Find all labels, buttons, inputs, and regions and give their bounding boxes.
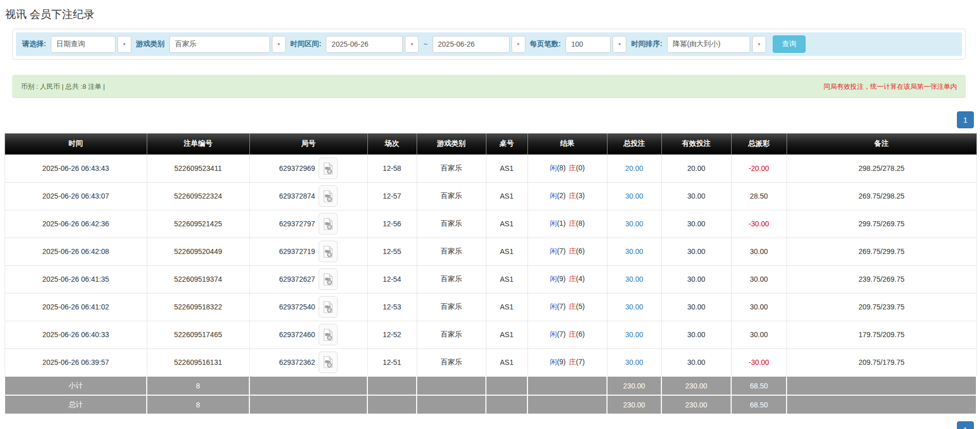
total-bet-link[interactable]: 30.00	[625, 192, 643, 200]
page-title: 视讯 会员下注纪录	[5, 7, 980, 22]
per-page-label: 每页笔数:	[530, 40, 561, 49]
video-replay-button[interactable]	[319, 241, 338, 262]
cell-game-type: 百家乐	[417, 154, 486, 182]
banker-score: (5)	[576, 302, 585, 310]
cell-result: 闲(9)庄(4)	[527, 265, 607, 293]
player-score: (7)	[557, 247, 565, 255]
video-replay-button[interactable]	[319, 158, 338, 179]
per-page-dropdown-button[interactable]: ▼	[613, 36, 626, 53]
pagination-bottom: 1	[0, 421, 974, 429]
cell-time: 2025-06-26 06:43:43	[5, 154, 147, 182]
subtotal-valid-bet: 230.00	[661, 376, 731, 395]
video-replay-button[interactable]	[319, 185, 338, 207]
cell-result: 闲(2)庄(3)	[527, 182, 607, 210]
total-bet-link[interactable]: 30.00	[625, 275, 643, 283]
search-button[interactable]: 查询	[773, 35, 806, 53]
game-type-dropdown-button[interactable]: ▼	[272, 36, 286, 53]
total-valid-bet: 230.00	[661, 395, 731, 414]
page-1-button[interactable]: 1	[957, 111, 974, 128]
cell-round-no: 629372874	[249, 182, 367, 210]
round-number: 629372540	[279, 303, 315, 311]
sort-order-input[interactable]	[667, 36, 750, 53]
cell-result: 闲(8)庄(0)	[527, 154, 607, 182]
cell-bet-id: 522609522324	[147, 182, 249, 210]
select-mode-input[interactable]	[51, 36, 115, 53]
cell-payout: -30.00	[731, 210, 787, 238]
round-number: 629372627	[279, 275, 315, 283]
player-label: 闲	[550, 191, 557, 200]
cell-note: 269.75/298.25	[787, 182, 976, 210]
player-score: (7)	[557, 302, 565, 310]
page-1-button[interactable]: 1	[957, 421, 974, 429]
total-bet-link[interactable]: 30.00	[625, 330, 643, 339]
game-type-label: 游戏类别	[136, 40, 165, 49]
cell-time: 2025-06-26 06:40:33	[5, 321, 147, 348]
table-row: 2025-06-26 06:41:02 522609518322 6293725…	[5, 293, 976, 321]
sort-order-dropdown-button[interactable]: ▼	[752, 36, 766, 53]
col-header-result: 结果	[527, 133, 607, 154]
cell-table-no: AS1	[486, 154, 527, 182]
cell-result: 闲(7)庄(6)	[527, 238, 607, 265]
chevron-down-icon: ▼	[757, 42, 761, 47]
cell-time: 2025-06-26 06:43:07	[5, 182, 147, 210]
date-from-combobox: ▼	[326, 36, 419, 53]
video-replay-button[interactable]	[319, 296, 338, 318]
cell-game-type: 百家乐	[417, 265, 486, 293]
cell-bet-id: 522609521425	[147, 210, 249, 238]
cell-result: 闲(7)庄(5)	[527, 293, 607, 321]
date-to-combobox: ▼	[433, 36, 525, 53]
per-page-input[interactable]	[565, 36, 611, 53]
cell-payout: 30.00	[731, 321, 787, 348]
cell-payout: -20.00	[731, 154, 787, 182]
total-bet-link[interactable]: 30.00	[625, 303, 643, 311]
cell-round-no: 629372719	[249, 238, 367, 265]
total-bet-link[interactable]: 30.00	[625, 247, 643, 256]
game-type-input[interactable]	[169, 36, 270, 53]
video-replay-icon	[323, 190, 334, 203]
cell-payout: -30.00	[731, 348, 787, 376]
table-row: 2025-06-26 06:43:07 522609522324 6293728…	[5, 182, 976, 210]
date-from-input[interactable]	[326, 36, 403, 53]
cell-valid-bet: 30.00	[661, 238, 731, 265]
banker-score: (7)	[576, 358, 585, 366]
date-to-dropdown-button[interactable]: ▼	[512, 36, 525, 53]
banker-score: (6)	[576, 247, 585, 255]
date-to-input[interactable]	[433, 36, 509, 53]
cell-table-no: AS1	[486, 293, 527, 321]
date-from-dropdown-button[interactable]: ▼	[405, 36, 419, 53]
cell-bet-id: 522609516131	[147, 348, 249, 376]
cell-round-no: 629372362	[249, 348, 367, 376]
game-type-combobox: ▼	[169, 36, 286, 53]
total-total-bet: 230.00	[607, 395, 661, 414]
select-mode-combobox: ▼	[51, 36, 131, 53]
total-bet-link[interactable]: 30.00	[625, 220, 643, 228]
video-replay-button[interactable]	[319, 352, 338, 373]
banker-label: 庄	[569, 275, 576, 283]
video-replay-button[interactable]	[319, 268, 338, 290]
col-header-session: 场次	[367, 133, 417, 154]
round-number: 629372874	[279, 192, 315, 200]
table-row: 2025-06-26 06:41:35 522609519374 6293726…	[5, 265, 976, 293]
cell-table-no: AS1	[486, 182, 527, 210]
total-bet-link[interactable]: 20.00	[625, 164, 643, 172]
cell-total-bet: 30.00	[607, 321, 661, 348]
total-count: 8	[147, 395, 249, 414]
currency-total-info: 币别 : 人民币 | 总共 :8 注单 |	[21, 82, 105, 91]
cell-table-no: AS1	[486, 321, 527, 348]
filter-panel: 请选择: ▼ 游戏类别 ▼ 时间区间: ▼ ~ ▼ 每页笔数: ▼ 时间排序: …	[12, 29, 966, 60]
video-replay-button[interactable]	[319, 213, 338, 235]
select-mode-dropdown-button[interactable]: ▼	[117, 36, 131, 53]
chevron-down-icon: ▼	[410, 42, 414, 47]
total-bet-link[interactable]: 30.00	[625, 358, 643, 366]
cell-session: 12-53	[367, 293, 417, 321]
round-number: 629372460	[279, 330, 315, 339]
video-replay-button[interactable]	[319, 324, 338, 345]
cell-note: 298.25/278.25	[787, 154, 976, 182]
cell-time: 2025-06-26 06:41:35	[5, 265, 147, 293]
cell-total-bet: 30.00	[607, 265, 661, 293]
cell-bet-id: 522609520449	[147, 238, 249, 265]
banker-label: 庄	[569, 247, 576, 255]
col-header-game-type: 游戏类别	[417, 133, 486, 154]
cell-note: 239.75/269.75	[787, 265, 976, 293]
cell-total-bet: 30.00	[607, 348, 661, 376]
